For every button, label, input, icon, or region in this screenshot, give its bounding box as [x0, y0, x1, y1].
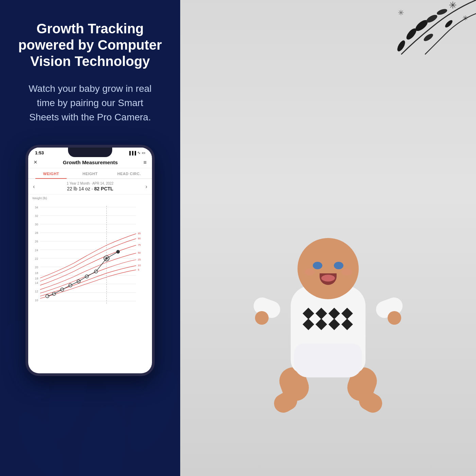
svg-text:5: 5 — [138, 268, 139, 271]
phone-mockup: 1:53 ▐▐▐ ∿ ▭ × Growth Measurements ≡ — [26, 145, 155, 376]
svg-text:32: 32 — [35, 214, 38, 218]
svg-text:30: 30 — [35, 223, 38, 226]
svg-text:18: 18 — [35, 277, 38, 280]
svg-text:50: 50 — [138, 251, 141, 254]
svg-text:✳: ✳ — [398, 8, 404, 17]
headline: Growth Tracking powered by Computer Visi… — [18, 20, 162, 69]
tab-weight[interactable]: WEIGHT — [32, 168, 71, 178]
nav-prev-button[interactable]: ‹ — [33, 184, 35, 190]
svg-text:26: 26 — [35, 240, 38, 243]
svg-text:28: 28 — [35, 231, 38, 235]
left-panel: Growth Tracking powered by Computer Visi… — [0, 0, 180, 476]
svg-text:14: 14 — [35, 281, 38, 285]
tab-bar: WEIGHT HEIGHT HEAD CIRC. — [28, 168, 152, 179]
nav-age-date: 1 Year 2 Month · APR 14, 2022 — [67, 182, 113, 185]
svg-text:✳: ✳ — [462, 14, 468, 22]
svg-text:34: 34 — [35, 206, 38, 209]
svg-text:10: 10 — [138, 264, 141, 267]
svg-point-55 — [436, 8, 448, 16]
app-title: Growth Measurements — [63, 159, 118, 165]
svg-text:✳: ✳ — [449, 0, 457, 11]
svg-text:20: 20 — [35, 266, 38, 269]
battery-icon: ▭ — [142, 151, 145, 155]
nav-info: 1 Year 2 Month · APR 14, 2022 22 lb 14 o… — [67, 182, 113, 191]
wifi-icon: ∿ — [137, 151, 140, 155]
status-time: 1:53 — [35, 150, 44, 155]
tab-height[interactable]: HEIGHT — [71, 168, 110, 178]
svg-text:12: 12 — [35, 290, 38, 293]
svg-text:10: 10 — [35, 299, 38, 302]
right-panel: ✳ ✳ ✳ — [180, 0, 476, 476]
svg-text:95: 95 — [138, 232, 141, 235]
svg-text:75: 75 — [138, 243, 141, 247]
menu-button[interactable]: ≡ — [143, 159, 147, 166]
svg-text:90: 90 — [138, 237, 141, 240]
signal-icon: ▐▐▐ — [128, 151, 136, 155]
chart-area: Weight (lb) 34 32 30 28 26 24 22 20 — [28, 194, 152, 314]
baby-figure — [264, 238, 393, 435]
nav-next-button[interactable]: › — [146, 184, 147, 190]
phone-screen: 1:53 ▐▐▐ ∿ ▭ × Growth Measurements ≡ — [28, 148, 152, 373]
measurement-nav: ‹ 1 Year 2 Month · APR 14, 2022 22 lb 14… — [28, 179, 152, 194]
app-header: × Growth Measurements ≡ — [28, 157, 152, 168]
svg-point-56 — [444, 19, 454, 29]
nav-measurement-value: 22 lb 14 oz · 82 PCTL — [67, 186, 113, 191]
svg-text:22: 22 — [35, 257, 38, 260]
subtext: Watch your baby grow in real time by pai… — [18, 82, 162, 124]
chart-y-label: Weight (lb) — [32, 197, 149, 200]
phone-body: 1:53 ▐▐▐ ∿ ▭ × Growth Measurements ≡ — [26, 145, 155, 376]
svg-text:18: 18 — [35, 271, 38, 275]
svg-text:24: 24 — [35, 249, 38, 252]
growth-chart-svg: 34 32 30 28 26 24 22 20 18 14 12 10 — [31, 201, 149, 313]
svg-text:25: 25 — [138, 258, 141, 261]
close-button[interactable]: × — [34, 159, 37, 166]
left-text-content: Growth Tracking powered by Computer Visi… — [18, 20, 162, 141]
baby-photo-area: ✳ ✳ ✳ — [180, 0, 476, 476]
top-right-leaves: ✳ ✳ ✳ — [323, 0, 476, 85]
status-icons: ▐▐▐ ∿ ▭ — [128, 151, 145, 155]
phone-notch — [68, 148, 112, 157]
tab-head-circ[interactable]: HEAD CIRC. — [109, 168, 149, 178]
chart-container: 34 32 30 28 26 24 22 20 18 14 12 10 — [31, 201, 149, 313]
